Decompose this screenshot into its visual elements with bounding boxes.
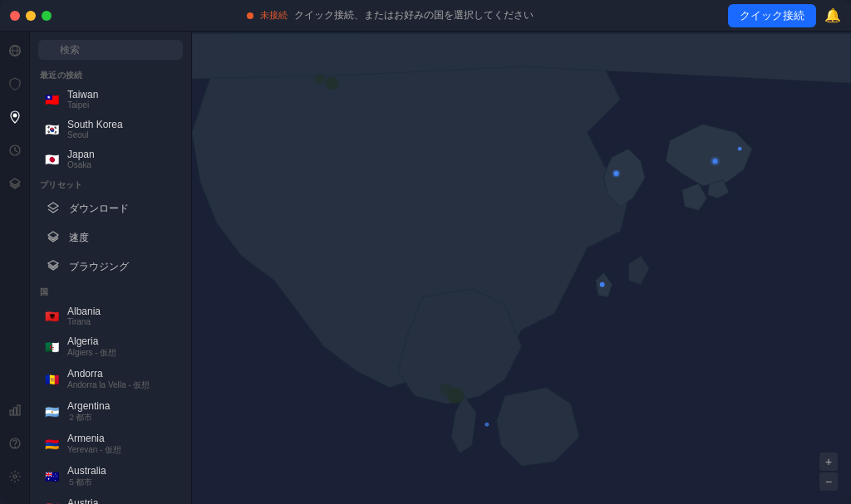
flag-argentina: 🇦🇷 — [42, 403, 61, 421]
svg-point-11 — [326, 76, 339, 90]
country-name-taiwan: Taiwan — [67, 89, 179, 100]
svg-rect-4 — [10, 410, 12, 415]
left-panel: 🔍 最近の接続 🇹🇼 Taiwan Taipei 🇰🇷 South K — [30, 32, 192, 504]
bell-icon[interactable]: 🔔 — [824, 7, 841, 23]
svg-point-14 — [440, 384, 451, 395]
svg-point-21 — [485, 423, 489, 427]
svg-point-8 — [14, 447, 15, 448]
flag-austria: 🇦🇹 — [42, 499, 61, 505]
icon-rail-bottom — [4, 399, 26, 496]
preset-download[interactable]: ダウンロード — [34, 194, 187, 223]
clock-icon[interactable] — [4, 139, 26, 161]
zoom-in-button[interactable]: + — [819, 453, 838, 471]
country-australia[interactable]: 🇦🇺 Australia５都市 — [34, 461, 187, 492]
titlebar-center: 未接続 クイック接続、またはお好みの国を選択してください — [247, 8, 534, 22]
flag-andorra: 🇦🇩 — [42, 370, 61, 389]
preset-browsing[interactable]: ブラウジング — [34, 252, 187, 281]
svg-rect-5 — [13, 408, 16, 415]
shield-icon[interactable] — [4, 73, 26, 95]
traffic-lights — [10, 11, 52, 21]
zoom-out-button[interactable]: − — [819, 472, 838, 491]
speed-preset-icon — [44, 228, 62, 247]
country-austria[interactable]: 🇦🇹 AustriaVienna — [34, 493, 187, 504]
stats-icon[interactable] — [4, 399, 26, 421]
download-preset-icon — [44, 199, 62, 218]
country-albania[interactable]: 🇦🇱 AlbaniaTirana — [34, 301, 187, 330]
maximize-button[interactable] — [42, 11, 52, 21]
preset-browsing-label: ブラウジング — [69, 260, 129, 274]
map-area[interactable]: + − — [192, 32, 851, 504]
connection-status-dot — [247, 12, 253, 19]
country-armenia[interactable]: 🇦🇲 ArmeniaYerevan - 仮想 — [34, 428, 187, 460]
svg-point-18 — [711, 157, 719, 165]
flag-southkorea: 🇰🇷 — [42, 120, 61, 139]
recent-item-southkorea[interactable]: 🇰🇷 South Korea Seoul — [34, 115, 187, 144]
country-name-southkorea: South Korea — [67, 119, 179, 130]
browsing-preset-icon — [44, 257, 62, 276]
titlebar: 未接続 クイック接続、またはお好みの国を選択してください クイック接続 🔔 — [0, 0, 851, 32]
connection-status-text: 未接続 — [260, 9, 288, 22]
svg-point-12 — [315, 74, 325, 84]
globe-icon[interactable] — [4, 40, 26, 61]
flag-taiwan: 🇹🇼 — [42, 91, 61, 109]
quick-connect-button[interactable]: クイック接続 — [728, 4, 816, 27]
flag-albania: 🇦🇱 — [42, 307, 61, 325]
help-icon[interactable] — [4, 433, 26, 454]
settings-icon[interactable] — [4, 466, 26, 487]
close-button[interactable] — [10, 11, 20, 21]
titlebar-right: クイック接続 🔔 — [728, 4, 841, 27]
country-info-japan: Japan Osaka — [67, 149, 179, 169]
flag-armenia: 🇦🇲 — [42, 435, 61, 453]
world-map — [192, 32, 851, 504]
location-icon[interactable] — [4, 106, 26, 128]
country-info-southkorea: South Korea Seoul — [67, 119, 179, 139]
search-input[interactable] — [38, 40, 183, 60]
country-argentina[interactable]: 🇦🇷 Argentina２都市 — [34, 396, 187, 428]
search-box: 🔍 — [30, 32, 191, 65]
country-andorra[interactable]: 🇦🇩 AndorraAndorra la Vella - 仮想 — [34, 364, 187, 395]
titlebar-message: クイック接続、またはお好みの国を選択してください — [294, 8, 534, 22]
country-city-japan: Osaka — [67, 160, 179, 169]
flag-algeria: 🇩🇿 — [42, 338, 61, 356]
country-city-southkorea: Seoul — [67, 130, 179, 139]
preset-download-label: ダウンロード — [69, 202, 129, 216]
flag-australia: 🇦🇺 — [42, 467, 61, 486]
svg-point-16 — [613, 170, 620, 177]
minimize-button[interactable] — [26, 11, 36, 21]
zoom-controls: + − — [819, 453, 838, 491]
svg-point-20 — [600, 282, 605, 287]
icon-rail — [0, 32, 30, 504]
panel-scroll[interactable]: 最近の接続 🇹🇼 Taiwan Taipei 🇰🇷 South Korea Se… — [30, 65, 191, 504]
country-algeria[interactable]: 🇩🇿 AlgeriaAlgiers - 仮想 — [34, 331, 187, 363]
app-window: 未接続 クイック接続、またはお好みの国を選択してください クイック接続 🔔 — [0, 0, 851, 504]
layers-icon[interactable] — [4, 173, 26, 194]
preset-label: プリセット — [30, 174, 191, 193]
country-name-japan: Japan — [67, 149, 179, 160]
preset-speed[interactable]: 速度 — [34, 223, 187, 252]
country-label: 国 — [30, 281, 191, 301]
svg-rect-6 — [17, 405, 20, 415]
recent-item-taiwan[interactable]: 🇹🇼 Taiwan Taipei — [34, 85, 187, 114]
country-city-taiwan: Taipei — [67, 100, 179, 110]
country-info-taiwan: Taiwan Taipei — [67, 89, 179, 110]
recent-label: 最近の接続 — [30, 65, 191, 84]
main-layout: 🔍 最近の接続 🇹🇼 Taiwan Taipei 🇰🇷 South K — [0, 32, 851, 504]
preset-speed-label: 速度 — [69, 231, 89, 245]
svg-point-9 — [13, 475, 17, 478]
svg-point-2 — [12, 114, 17, 118]
flag-japan: 🇯🇵 — [42, 150, 61, 169]
recent-item-japan[interactable]: 🇯🇵 Japan Osaka — [34, 144, 187, 174]
svg-point-19 — [738, 147, 742, 151]
